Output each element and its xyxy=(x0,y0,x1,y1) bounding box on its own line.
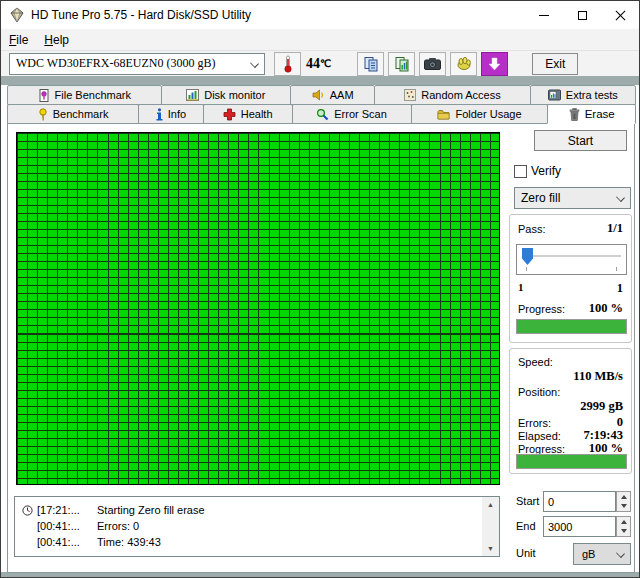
random-access-icon xyxy=(404,89,416,101)
temperature-value: 44 xyxy=(306,56,320,72)
benchmark-icon xyxy=(38,108,48,121)
pass-slider[interactable] xyxy=(516,244,627,275)
spin-up-button[interactable] xyxy=(617,492,630,502)
tab-row-2: Benchmark Info Health Error Scan xyxy=(7,104,635,124)
scrollbar-up-icon[interactable]: ▲ xyxy=(482,497,499,512)
tab-disk-monitor[interactable]: Disk monitor xyxy=(161,85,292,105)
tab-label: Extra tests xyxy=(566,89,618,101)
scrollbar-down-icon xyxy=(621,529,627,533)
progress-fill xyxy=(517,320,626,333)
slider-track xyxy=(522,255,621,257)
spin-down-button[interactable] xyxy=(617,527,630,537)
unit-select[interactable]: gB xyxy=(573,543,631,565)
copy-text-button[interactable] xyxy=(357,52,384,76)
position-value: 2999 gB xyxy=(580,399,623,414)
speaker-icon xyxy=(312,89,325,101)
start-erase-button[interactable]: Start xyxy=(534,130,627,151)
close-icon xyxy=(615,10,626,21)
temperature-button[interactable] xyxy=(274,52,301,76)
range-end-label: End xyxy=(516,520,536,532)
scrollbar-up-icon xyxy=(621,495,627,499)
drive-select-value: WDC WD30EFRX-68EUZN0 (3000 gB) xyxy=(16,56,215,71)
log-box[interactable]: [17:21:... Starting Zero fill erase [00:… xyxy=(14,496,500,557)
verify-option[interactable]: Verify xyxy=(514,164,561,178)
slider-tick xyxy=(616,267,617,271)
tab-aam[interactable]: AAM xyxy=(290,85,375,105)
erase-mode-select[interactable]: Zero fill xyxy=(514,187,631,209)
maximize-button[interactable] xyxy=(563,1,601,29)
tab-file-benchmark[interactable]: File Benchmark xyxy=(7,85,162,105)
file-benchmark-icon xyxy=(38,89,50,102)
screenshot-button[interactable] xyxy=(419,52,446,76)
range-start-input[interactable] xyxy=(543,491,616,512)
tab-health[interactable]: Health xyxy=(203,104,293,124)
tab-random-access[interactable]: Random Access xyxy=(374,85,530,105)
slider-tick xyxy=(526,267,527,271)
drive-select[interactable]: WDC WD30EFRX-68EUZN0 (3000 gB) xyxy=(9,53,265,75)
erase-block-grid xyxy=(16,132,500,485)
folder-icon xyxy=(437,109,450,120)
tab-folder-usage[interactable]: Folder Usage xyxy=(411,104,549,124)
verify-checkbox[interactable] xyxy=(514,165,527,178)
exit-button[interactable]: Exit xyxy=(532,53,578,75)
minimize-button[interactable] xyxy=(525,1,563,29)
spin-down-button[interactable] xyxy=(617,502,630,512)
title-bar[interactable]: HD Tune Pro 5.75 - Hard Disk/SSD Utility xyxy=(1,1,639,29)
dropdown-chevron-icon xyxy=(616,549,625,558)
hand-icon xyxy=(456,56,472,71)
menu-help[interactable]: Help xyxy=(36,29,77,50)
log-scrollbar[interactable]: ▲ ▼ xyxy=(482,497,499,556)
spin-up-button[interactable] xyxy=(617,517,630,527)
log-text: Starting Zero fill erase xyxy=(97,504,205,516)
range-end-spinner[interactable] xyxy=(616,516,631,537)
app-window: HD Tune Pro 5.75 - Hard Disk/SSD Utility… xyxy=(0,0,640,578)
trash-icon xyxy=(569,108,580,121)
log-line: [00:41:... Errors: 0 xyxy=(15,518,481,534)
window-title: HD Tune Pro 5.75 - Hard Disk/SSD Utility xyxy=(31,8,251,22)
slider-thumb[interactable] xyxy=(522,248,533,265)
options-button[interactable] xyxy=(450,52,477,76)
dropdown-chevron-icon xyxy=(250,59,259,68)
tab-info[interactable]: Info xyxy=(138,104,204,124)
tab-label: AAM xyxy=(330,89,354,101)
magnifier-icon xyxy=(316,108,329,121)
range-start-spinner[interactable] xyxy=(616,491,631,512)
tab-extra-tests[interactable]: Extra tests xyxy=(530,85,636,105)
tab-label: Info xyxy=(168,108,186,120)
tab-benchmark[interactable]: Benchmark xyxy=(7,104,139,124)
range-end-input[interactable] xyxy=(543,516,616,537)
window-background-strip xyxy=(1,76,639,85)
log-time: [00:41:... xyxy=(37,520,89,532)
pass-groupbox: Pass: 1/1 1 1 Progress: 100 % xyxy=(509,214,632,343)
update-button[interactable] xyxy=(481,52,508,76)
tab-label: Random Access xyxy=(421,89,500,101)
download-arrow-icon xyxy=(488,57,501,71)
thermometer-icon xyxy=(282,55,294,73)
tab-label: Benchmark xyxy=(53,108,109,120)
progress-value: 100 % xyxy=(589,301,623,316)
log-time: [00:41:... xyxy=(37,536,89,548)
menu-file[interactable]: File xyxy=(1,29,36,50)
maximize-icon xyxy=(578,11,587,20)
tab-erase[interactable]: Erase xyxy=(547,104,636,124)
range-start-field xyxy=(543,491,631,512)
tab-label: Error Scan xyxy=(334,108,387,120)
stats-groupbox: Speed: 110 MB/s Position: 2999 gB Errors… xyxy=(509,348,632,474)
errors-label: Errors: xyxy=(518,417,551,429)
speed-label: Speed: xyxy=(518,356,553,368)
range-end-field xyxy=(543,516,631,537)
app-logo-icon xyxy=(9,7,25,23)
close-button[interactable] xyxy=(601,1,639,29)
copy-text-icon xyxy=(363,56,379,72)
scrollbar-down-icon xyxy=(621,504,627,508)
unit-label: Unit xyxy=(516,547,536,559)
pass-value: 1/1 xyxy=(607,221,623,236)
scrollbar-down-icon[interactable]: ▼ xyxy=(482,541,499,556)
log-time: [17:21:... xyxy=(37,504,89,516)
info-icon xyxy=(156,108,163,121)
tab-label: File Benchmark xyxy=(55,89,131,101)
tab-error-scan[interactable]: Error Scan xyxy=(292,104,412,124)
copy-image-button[interactable] xyxy=(388,52,415,76)
log-text: Errors: 0 xyxy=(97,520,139,532)
elapsed-label: Elapsed: xyxy=(518,430,561,442)
